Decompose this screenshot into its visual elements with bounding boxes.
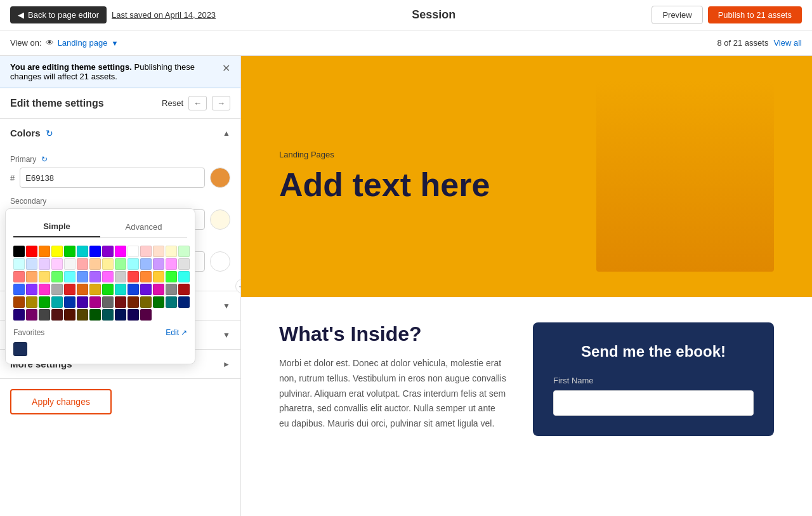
color-cell[interactable]	[102, 296, 114, 308]
color-cell[interactable]	[178, 284, 190, 295]
color-cell[interactable]	[13, 258, 25, 270]
color-cell[interactable]	[140, 284, 152, 295]
color-cell[interactable]	[102, 246, 114, 257]
color-cell[interactable]	[64, 284, 75, 295]
color-cell[interactable]	[39, 309, 50, 321]
color-cell[interactable]	[140, 246, 152, 257]
color-cell[interactable]	[115, 271, 126, 282]
close-banner-button[interactable]: ✕	[222, 62, 230, 74]
body-bg-color-swatch[interactable]	[210, 251, 230, 272]
apply-changes-button[interactable]: Apply changes	[10, 389, 112, 414]
color-cell[interactable]	[26, 309, 37, 321]
color-cell[interactable]	[89, 246, 101, 257]
primary-color-swatch[interactable]	[210, 168, 230, 188]
color-cell[interactable]	[178, 246, 190, 257]
color-cell[interactable]	[115, 296, 126, 308]
first-name-input[interactable]	[553, 390, 754, 416]
color-cell[interactable]	[178, 296, 190, 308]
tab-advanced[interactable]: Advanced	[100, 216, 187, 237]
tab-simple[interactable]: Simple	[13, 216, 100, 237]
color-cell[interactable]	[39, 271, 50, 282]
color-cell[interactable]	[153, 296, 164, 308]
color-cell[interactable]	[140, 309, 152, 321]
color-cell[interactable]	[140, 271, 152, 282]
color-cell[interactable]	[166, 271, 177, 282]
color-cell[interactable]	[115, 284, 126, 295]
color-cell[interactable]	[140, 296, 152, 308]
view-all-link[interactable]: View all	[773, 38, 802, 48]
color-cell[interactable]	[102, 258, 114, 270]
color-cell[interactable]	[166, 246, 177, 257]
color-cell[interactable]	[64, 271, 75, 282]
color-cell[interactable]	[77, 258, 88, 270]
color-cell[interactable]	[51, 271, 63, 282]
color-cell[interactable]	[26, 246, 37, 257]
color-cell[interactable]	[39, 284, 50, 295]
color-cell[interactable]	[128, 296, 139, 308]
redo-button[interactable]: →	[212, 96, 230, 110]
color-cell[interactable]	[102, 309, 114, 321]
color-cell[interactable]	[26, 296, 37, 308]
color-cell[interactable]	[153, 271, 164, 282]
color-cell[interactable]	[166, 296, 177, 308]
color-cell[interactable]	[77, 284, 88, 295]
color-cell[interactable]	[89, 258, 101, 270]
color-cell[interactable]	[77, 246, 88, 257]
color-cell[interactable]	[64, 258, 75, 270]
color-cell[interactable]	[128, 258, 139, 270]
color-cell[interactable]	[13, 246, 25, 257]
favorite-color-swatch[interactable]	[13, 342, 27, 356]
color-cell[interactable]	[89, 271, 101, 282]
landing-page-link[interactable]: Landing page	[58, 38, 108, 48]
color-cell[interactable]	[51, 258, 63, 270]
undo-button[interactable]: ←	[188, 96, 207, 110]
color-cell[interactable]	[153, 258, 164, 270]
color-cell[interactable]	[102, 271, 114, 282]
color-cell[interactable]	[102, 284, 114, 295]
color-cell[interactable]	[128, 309, 139, 321]
color-cell[interactable]	[115, 258, 126, 270]
color-cell[interactable]	[153, 246, 164, 257]
primary-color-input[interactable]	[20, 168, 205, 188]
refresh-icon[interactable]: ↻	[46, 128, 53, 138]
color-cell[interactable]	[178, 271, 190, 282]
back-to-editor-button[interactable]: ◀ Back to page editor	[10, 6, 107, 23]
color-cell[interactable]	[89, 296, 101, 308]
color-cell[interactable]	[64, 309, 75, 321]
reset-button[interactable]: Reset	[162, 98, 183, 108]
color-cell[interactable]	[26, 284, 37, 295]
color-cell[interactable]	[26, 271, 37, 282]
color-cell[interactable]	[39, 246, 50, 257]
color-cell[interactable]	[13, 271, 25, 282]
color-cell[interactable]	[115, 309, 126, 321]
color-cell[interactable]	[77, 271, 88, 282]
preview-button[interactable]: Preview	[652, 6, 702, 24]
color-cell[interactable]	[13, 284, 25, 295]
color-cell[interactable]	[178, 258, 190, 270]
publish-button[interactable]: Publish to 21 assets	[708, 6, 802, 23]
color-cell[interactable]	[64, 296, 75, 308]
color-cell[interactable]	[51, 284, 63, 295]
last-saved-label[interactable]: Last saved on April 14, 2023	[112, 10, 216, 20]
color-cell[interactable]	[77, 296, 88, 308]
edit-favorites-link[interactable]: Edit ↗	[166, 328, 187, 337]
color-cell[interactable]	[128, 284, 139, 295]
color-cell[interactable]	[39, 258, 50, 270]
color-cell[interactable]	[64, 246, 75, 257]
secondary-color-swatch[interactable]	[210, 209, 230, 230]
color-cell[interactable]	[166, 258, 177, 270]
color-cell[interactable]	[39, 296, 50, 308]
color-cell[interactable]	[51, 246, 63, 257]
color-cell[interactable]	[128, 246, 139, 257]
color-cell[interactable]	[89, 309, 101, 321]
color-cell[interactable]	[51, 296, 63, 308]
color-cell[interactable]	[166, 284, 177, 295]
colors-section-header[interactable]: Colors ↻ ▲	[0, 119, 240, 147]
color-cell[interactable]	[26, 258, 37, 270]
color-cell[interactable]	[153, 284, 164, 295]
color-cell[interactable]	[13, 309, 25, 321]
color-cell[interactable]	[77, 309, 88, 321]
color-cell[interactable]	[128, 271, 139, 282]
color-cell[interactable]	[13, 296, 25, 308]
color-cell[interactable]	[51, 309, 63, 321]
